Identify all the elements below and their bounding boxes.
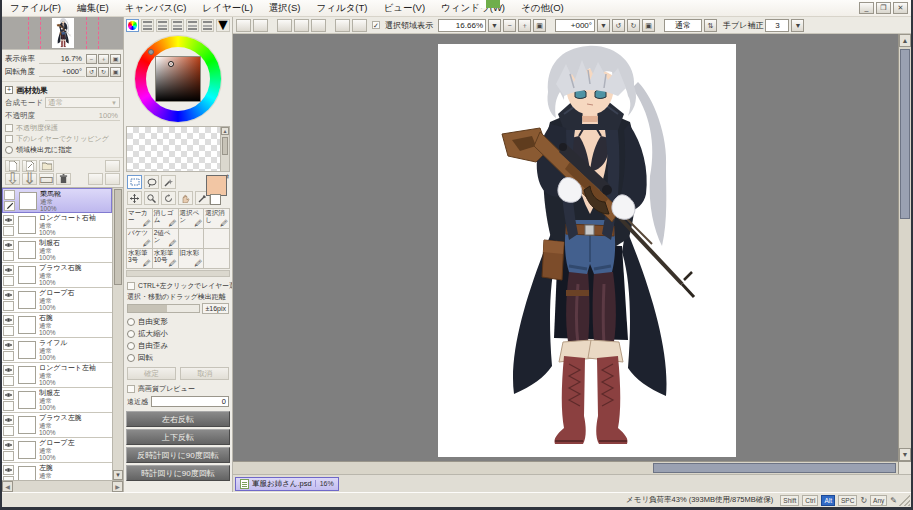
rotate-ccw-button[interactable]: ↺: [612, 19, 625, 32]
rotation-dropdown-button[interactable]: ▼: [597, 19, 610, 32]
swatches-tab[interactable]: [186, 19, 199, 32]
color-wheel[interactable]: [124, 33, 232, 125]
layer-row[interactable]: ブラウス右腕 通常 100%: [2, 263, 112, 288]
opacity-value[interactable]: 100%: [45, 111, 120, 121]
brush-slot[interactable]: 選択消し 🖉: [204, 209, 229, 228]
scrollbar-thumb[interactable]: [222, 137, 228, 155]
layer-mask-button[interactable]: [105, 160, 120, 172]
blend-mode-select[interactable]: 通常▼: [45, 97, 120, 108]
transfer-down-button[interactable]: ⇩: [5, 173, 20, 185]
zoom-in-button[interactable]: ＋: [98, 54, 109, 64]
brush-slot[interactable]: バケツ 🖉: [127, 229, 152, 248]
material-effect-header[interactable]: 画材効果: [16, 85, 48, 96]
transform-mode-option[interactable]: 自由変形: [127, 316, 229, 328]
brush-grid-scrollbar[interactable]: [126, 270, 230, 277]
layer-edit-indicator[interactable]: [4, 201, 15, 211]
radio-button[interactable]: [127, 354, 135, 362]
toolbar-button[interactable]: [352, 19, 367, 32]
background-color-swatch[interactable]: [210, 194, 221, 205]
zoom-tool[interactable]: [144, 191, 159, 205]
layer-visibility-toggle[interactable]: [4, 190, 15, 200]
radio-button[interactable]: [127, 330, 135, 338]
brush-slot[interactable]: [204, 229, 229, 248]
layer-row[interactable]: 乗馬靴 通常 100%: [2, 188, 112, 213]
toolbar-button[interactable]: [277, 19, 292, 32]
layer-visibility-toggle[interactable]: [3, 415, 14, 425]
layer-visibility-toggle[interactable]: [3, 240, 14, 250]
layer-edit-indicator[interactable]: [3, 226, 14, 236]
expand-icon[interactable]: +: [5, 86, 13, 94]
resize-grip[interactable]: [899, 495, 910, 506]
radio-button[interactable]: [127, 318, 135, 326]
flip-rotate-button[interactable]: 反時計回りに90度回転: [126, 447, 230, 463]
hand-tool[interactable]: [178, 191, 193, 205]
layer-row[interactable]: ロングコート左袖 通常 100%: [2, 363, 112, 388]
brush-slot[interactable]: 水彩筆10号 🖉: [153, 249, 178, 268]
delete-layer-button[interactable]: [56, 173, 71, 185]
layer-visibility-toggle[interactable]: [3, 215, 14, 225]
layer-row[interactable]: ブラウス左腕 通常 100%: [2, 413, 112, 438]
toolbar-button[interactable]: [311, 19, 326, 32]
layer-visibility-toggle[interactable]: [3, 390, 14, 400]
menu-item[interactable]: ファイル(F): [2, 0, 69, 16]
layer-visibility-toggle[interactable]: [3, 340, 14, 350]
menu-item[interactable]: キャンバス(C): [117, 0, 195, 16]
zoom-in-button[interactable]: ＋: [518, 19, 531, 32]
layer-visibility-toggle[interactable]: [3, 440, 14, 450]
layer-visibility-toggle[interactable]: [3, 290, 14, 300]
layer-edit-indicator[interactable]: [3, 251, 14, 261]
brush-slot[interactable]: 旧水彩 🖉: [179, 249, 204, 268]
layer-down-button[interactable]: [105, 173, 120, 185]
rgb-slider-tab[interactable]: [141, 19, 154, 32]
drag-detect-slider[interactable]: [127, 304, 200, 313]
layer-row[interactable]: 右腕 通常 100%: [2, 313, 112, 338]
transform-mode-option[interactable]: 拡大縮小: [127, 328, 229, 340]
brush-slot[interactable]: マーカー 🖉: [127, 209, 152, 228]
rotate-cw-button[interactable]: ↻: [627, 19, 640, 32]
flip-rotate-button[interactable]: 上下反転: [126, 429, 230, 445]
zoom-out-button[interactable]: −: [503, 19, 516, 32]
brush-slot[interactable]: 2値ペン 🖉: [153, 229, 178, 248]
foreground-color-swatch[interactable]: [206, 175, 227, 196]
selection-source-radio[interactable]: [5, 146, 13, 154]
scrollbar-thumb[interactable]: [114, 189, 122, 285]
hq-preview-checkbox[interactable]: [127, 385, 135, 393]
menu-item[interactable]: 選択(S): [261, 0, 309, 16]
layer-visibility-toggle[interactable]: [3, 315, 14, 325]
layer-list-hscrollbar[interactable]: ◀ ▶: [2, 480, 123, 492]
close-button[interactable]: ✕: [893, 2, 908, 14]
paint-mode-select[interactable]: 通常: [664, 19, 702, 32]
layer-row[interactable]: グローブ右 通常 100%: [2, 288, 112, 313]
layer-visibility-toggle[interactable]: [3, 365, 14, 375]
layer-row[interactable]: 左腕 通常 100%: [2, 463, 112, 480]
layer-edit-indicator[interactable]: [3, 451, 14, 461]
hue-marker[interactable]: [148, 49, 154, 55]
clear-layer-button[interactable]: ▭: [39, 173, 54, 185]
ctrl-pick-checkbox[interactable]: [127, 282, 135, 290]
toolbar-button[interactable]: [294, 19, 309, 32]
rotate-cw-button[interactable]: ↻: [98, 67, 109, 77]
color-wheel-tab[interactable]: [126, 19, 139, 32]
brush-slot[interactable]: [179, 229, 204, 248]
brush-slot[interactable]: 選択ペン 🖉: [179, 209, 204, 228]
layer-edit-indicator[interactable]: [3, 376, 14, 386]
merge-down-button[interactable]: ⇓: [22, 173, 37, 185]
layer-list-scrollbar[interactable]: ▼: [112, 188, 123, 480]
toolbar-button[interactable]: [236, 19, 251, 32]
canvas-vertical-scrollbar[interactable]: ▲ ▼: [898, 34, 911, 461]
toolbar-button[interactable]: [253, 19, 268, 32]
restore-button[interactable]: ❐: [876, 2, 891, 14]
layer-edit-indicator[interactable]: [3, 476, 14, 481]
preserve-opacity-checkbox[interactable]: [5, 124, 13, 132]
magic-wand-tool[interactable]: [161, 175, 176, 189]
color-mixer-tab[interactable]: [171, 19, 184, 32]
navigator-preview[interactable]: [2, 17, 123, 50]
scroll-up-arrow[interactable]: ▲: [221, 127, 229, 135]
perspective-input[interactable]: 0: [151, 396, 229, 407]
menu-item[interactable]: 編集(E): [69, 0, 117, 16]
scroll-down-arrow[interactable]: ▼: [899, 448, 911, 461]
layer-row[interactable]: グローブ左 通常 100%: [2, 438, 112, 463]
menu-item[interactable]: フィルタ(T): [308, 0, 375, 16]
transform-mode-option[interactable]: 回転: [127, 352, 229, 364]
document-tab[interactable]: 軍服お姉さん.psd 16%: [235, 477, 339, 491]
